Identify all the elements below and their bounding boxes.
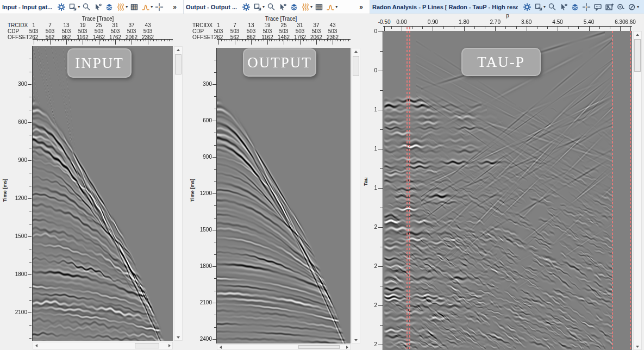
settings-gear-icon[interactable] <box>56 2 66 12</box>
scroll-down-arrow[interactable] <box>633 343 642 350</box>
tau-tick-label: 1 <box>371 107 377 112</box>
axis-tick <box>630 26 631 31</box>
snapshot-export-icon[interactable] <box>604 2 614 12</box>
axis-tick <box>578 26 579 29</box>
compass-icon[interactable] <box>627 2 637 12</box>
pointer-icon[interactable] <box>558 2 568 12</box>
axis-tick <box>90 39 90 41</box>
scrollbar-track-output-v[interactable] <box>352 48 360 343</box>
crosshair-icon[interactable] <box>154 2 164 12</box>
dropdown-caret-icon[interactable]: ▾ <box>637 4 639 9</box>
scrollbar-track-taup-v[interactable] <box>633 31 642 350</box>
axis-tick <box>267 39 268 45</box>
p-mute-marker-left[interactable] <box>612 31 613 350</box>
amplitude-spectrum-icon[interactable] <box>325 2 335 12</box>
overflow-chevron-icon[interactable]: » <box>173 3 177 11</box>
time-tick-label: 2100 <box>195 299 212 305</box>
scroll-down-arrow[interactable] <box>174 334 183 341</box>
scroll-right-arrow[interactable] <box>343 344 351 350</box>
axis-tick <box>316 39 317 45</box>
dropdown-caret-icon[interactable]: ▾ <box>310 4 312 9</box>
scroll-left-arrow[interactable] <box>33 342 40 349</box>
axis-tick <box>79 39 80 41</box>
magnifier-icon[interactable] <box>547 2 557 12</box>
dropdown-caret-icon[interactable]: ▾ <box>335 4 337 9</box>
axis-tick <box>589 26 590 31</box>
settings-gear-icon[interactable] <box>522 2 532 12</box>
overflow-chevron-icon[interactable]: » <box>359 3 363 11</box>
dropdown-caret-icon[interactable]: ▾ <box>262 4 265 9</box>
p-select-marker-right[interactable] <box>409 27 410 350</box>
axis-tick <box>269 39 270 41</box>
axis-tick <box>298 39 298 41</box>
axis-tick <box>232 39 232 41</box>
axis-tick <box>212 121 216 121</box>
toolbar-icons-radon: ▾▾ <box>521 2 640 12</box>
axis-tick <box>99 39 99 45</box>
magnifier-icon[interactable] <box>81 2 91 12</box>
dropdown-caret-icon[interactable]: ▾ <box>151 4 153 9</box>
wiggle-display-icon[interactable] <box>300 2 310 12</box>
scrollbar-thumb-input-v[interactable] <box>175 54 182 74</box>
p-mute-marker-right[interactable] <box>630 31 631 350</box>
panel-title-output: Output - Output ... <box>186 4 237 10</box>
scrollbar-thumb-input-h[interactable] <box>135 343 159 348</box>
scroll-up-arrow[interactable] <box>352 48 360 55</box>
axis-tick <box>287 39 288 41</box>
scrollbar-track-input-v[interactable] <box>174 46 183 341</box>
wiggle-display-icon[interactable] <box>115 2 126 12</box>
scroll-down-arrow[interactable] <box>352 336 360 343</box>
input-gather-plot[interactable] <box>33 46 173 341</box>
axis-tick <box>42 39 43 41</box>
inspect-lens-icon[interactable] <box>615 2 626 12</box>
scroll-up-arrow[interactable] <box>174 46 183 53</box>
time-tick-label: 1200 <box>195 190 212 196</box>
spreadsheet-icon[interactable] <box>129 2 139 12</box>
scroll-up-arrow[interactable] <box>633 31 642 38</box>
settings-gear-icon[interactable] <box>241 2 251 12</box>
zoom-window-icon[interactable] <box>533 2 543 12</box>
axis-tick <box>380 90 383 91</box>
layers-icon[interactable] <box>570 2 580 12</box>
pointer-icon[interactable] <box>92 2 103 12</box>
scroll-left-arrow[interactable] <box>217 344 224 350</box>
time-tick-label: 1200 <box>10 195 27 201</box>
axis-tick <box>378 110 383 110</box>
zoom-window-icon[interactable] <box>67 2 78 12</box>
crosshair-icon[interactable] <box>581 2 591 12</box>
p-select-marker-left[interactable] <box>407 27 408 350</box>
taup-plot[interactable] <box>383 31 632 350</box>
comment-bubble-icon[interactable] <box>592 2 603 12</box>
scrollbar-thumb-taup-v[interactable] <box>634 39 641 72</box>
axis-tick <box>101 39 101 41</box>
scroll-right-arrow[interactable] <box>166 342 173 349</box>
layers-icon[interactable] <box>104 2 114 12</box>
layers-icon[interactable] <box>289 2 299 12</box>
output-trace-axis-title: Trace [Trace] <box>254 16 308 22</box>
axis-tick <box>83 39 83 45</box>
axis-tick <box>29 287 32 288</box>
axis-tick <box>29 148 32 148</box>
toolbar-output: Output - Output ... ▾▾▾ » <box>184 0 370 14</box>
scrollbar-thumb-output-h[interactable] <box>298 345 340 349</box>
dropdown-caret-icon[interactable]: ▾ <box>78 4 80 9</box>
axis-tick <box>391 26 392 29</box>
magnifier-icon[interactable] <box>266 2 276 12</box>
toolbar-icons-output: ▾▾▾ <box>240 2 338 12</box>
output-gather-plot[interactable] <box>217 48 351 343</box>
axis-tick <box>29 72 32 72</box>
pointer-icon[interactable] <box>277 2 287 12</box>
spreadsheet-icon[interactable] <box>314 2 324 12</box>
dropdown-caret-icon[interactable]: ▾ <box>126 4 128 9</box>
amplitude-spectrum-icon[interactable] <box>140 2 151 12</box>
input-time-axis-title: Time [ms] <box>2 174 8 207</box>
taup-seismic-canvas[interactable] <box>383 31 632 350</box>
dropdown-caret-icon[interactable]: ▾ <box>543 4 546 9</box>
output-seismic-canvas[interactable] <box>217 48 351 343</box>
axis-tick <box>271 39 272 41</box>
input-seismic-canvas[interactable] <box>33 46 173 341</box>
zoom-window-icon[interactable] <box>252 2 262 12</box>
scrollbar-thumb-output-v[interactable] <box>353 56 359 76</box>
axis-tick <box>537 26 537 29</box>
output-label-chip: OUTPUT <box>243 48 316 77</box>
